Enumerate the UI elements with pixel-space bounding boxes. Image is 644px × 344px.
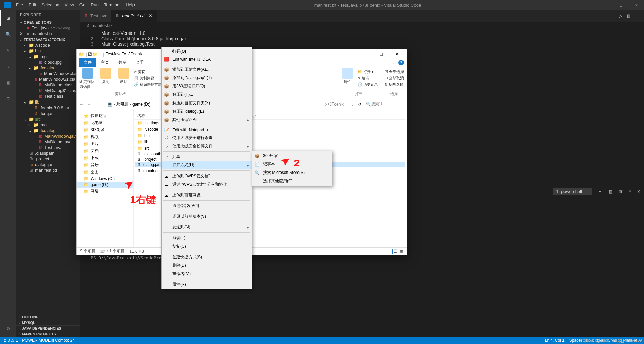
more-actions-icon[interactable]: ⋯ [634,13,639,18]
back-button[interactable]: ← [79,102,84,107]
context-menu-item[interactable]: 📦解压到(F)... [162,90,252,99]
test-activity-icon[interactable]: ⚗ [0,90,16,107]
submenu-item[interactable]: 🔍搜索 Microsoft Store(S) [252,168,332,177]
terminal-shell-select[interactable]: 1: powershell [553,188,592,195]
paste-shortcut-button[interactable]: 🔗 粘贴快捷方式 [134,82,162,87]
menu-help[interactable]: Help [123,0,138,10]
submenu-item[interactable]: 📄记事本 [252,160,332,168]
file-item[interactable]: 🗎dialog.jar [16,162,80,167]
menu-selection[interactable]: Selection [39,0,62,10]
copy-button[interactable]: 复制 [98,68,114,89]
search-activity-icon[interactable]: 🔍 [0,26,16,42]
forward-button[interactable]: → [87,102,91,107]
context-menu-item[interactable]: 📦其他压缩命令▸ [162,116,252,124]
context-menu-item[interactable]: 发送到(N)▸ [162,223,252,231]
nav-pane-item[interactable]: 📁网络 [77,188,133,195]
invert-selection-button[interactable]: ⇅ 反向选择 [385,82,404,87]
run-icon[interactable]: ▷ [619,13,622,18]
maximize-button[interactable]: □ [613,0,629,10]
project-section[interactable]: ⌄TESTJAVAFX+JFOENIX [16,37,80,42]
nav-pane-item[interactable]: ⭐快速访问 [77,112,133,119]
open-editor-item[interactable]: ●Test.java src\jfxdialog [16,25,80,31]
folder-item[interactable]: ⌄📁bin [16,48,80,54]
file-item[interactable]: 🗎MyDialog.java [16,139,80,145]
extensions-activity-icon[interactable]: ▣ [0,74,16,90]
large-icons-view-icon[interactable]: ▦ [399,249,403,254]
context-menu-item[interactable]: 通过QQ发送到 [162,202,252,210]
file-item[interactable]: 🗎MainWindow.class [16,71,80,76]
context-menu-item[interactable]: 📝Edit with Notepad++ [162,126,252,134]
menu-view[interactable]: View [62,0,77,10]
edit-button[interactable]: ✎ 编辑 [358,76,378,81]
tab-manifest-txt[interactable]: 🗎manifest.txt✕ [112,10,156,22]
select-all-button[interactable]: ☑ 全部选择 [385,69,404,74]
folder-item[interactable]: ⌄📁src [16,116,80,122]
section-maven-projects[interactable]: ›MAVEN PROJECTS [16,331,80,337]
scm-activity-icon[interactable]: ⑂ [0,42,16,58]
file-item[interactable]: 🗎cloud.jpg [16,59,80,65]
ribbon-tab[interactable]: 文件 [79,58,96,67]
nav-pane-item[interactable]: 📁桌面 [77,168,133,176]
cut-button[interactable]: ✂ 剪切 [134,69,162,74]
nav-pane-item[interactable]: 📁视频 [77,133,133,140]
select-none-button[interactable]: ☐ 全部取消 [385,76,404,81]
expand-ribbon-icon[interactable]: ⌄ [393,60,396,65]
nav-pane-item[interactable]: 📁game (D:) [77,182,133,188]
split-terminal-icon[interactable]: ▥ [608,189,612,194]
file-item[interactable]: 🗎MyDialog.class [16,82,80,88]
context-menu-item[interactable]: 📦添加到压缩文件(A)... [162,65,252,74]
folder-item[interactable]: ⌄📁jfxdialog [16,65,80,71]
new-terminal-icon[interactable]: ＋ [598,188,602,194]
nav-pane-item[interactable]: 📁音乐 [77,161,133,168]
nav-pane-item[interactable]: 📁此电脑 [77,119,133,126]
tab-Test-java[interactable]: 🗎Test.java [80,10,112,22]
context-menu-item[interactable]: 📦解压到 dialog\ (E) [162,107,252,116]
nav-pane-item[interactable]: 📁下载 [77,154,133,161]
menu-terminal[interactable]: Terminal [101,0,123,10]
file-item[interactable]: 🗎jfxrt.jar [16,111,80,116]
file-item[interactable]: 🗎MyDialog$1.class [16,88,80,93]
context-menu-item[interactable]: 打开(O) [162,47,252,56]
context-menu-item[interactable]: 🛡使用火绒安全进行杀毒 [162,134,252,142]
nav-pane-item[interactable]: 📁Windows (C:) [77,176,133,182]
explorer-activity-icon[interactable]: 🗎 [0,10,16,26]
file-item[interactable]: 🗎MainWindow$1.class [16,76,80,82]
close-button[interactable]: ✕ [629,0,644,10]
menu-run[interactable]: Run [88,0,101,10]
submenu-item[interactable]: 📦360压缩 [252,152,332,160]
explorer-search-input[interactable]: 🔍 搜索"Te... [364,100,404,108]
properties-button[interactable]: 属性 [339,68,356,87]
open-editors-section[interactable]: ⌄OPEN EDITORS [16,19,80,25]
file-item[interactable]: 🗎Test.class [16,93,80,99]
context-menu-item[interactable]: 重命名(M) [162,270,252,278]
context-menu-item[interactable]: 🛡使用火绒安全粉碎文件▸ [162,142,252,150]
file-item[interactable]: 🗎.project [16,156,80,162]
context-menu-item[interactable]: 还原以前的版本(V) [162,212,252,221]
debug-activity-icon[interactable]: ▷ [0,58,16,74]
open-editor-item[interactable]: ✕●manifest.txt [16,31,80,37]
statusbar-item[interactable]: POWER MODE!!! Combo: 24 [22,338,75,343]
context-menu-item[interactable]: ☁上传到百度网盘 [162,191,252,199]
pin-to-quick-access[interactable]: 固定到快速访问 [79,68,96,89]
file-item[interactable]: 🗎.classpath [16,150,80,156]
ribbon-tab[interactable]: 查看 [131,58,149,67]
section-outline[interactable]: ›OUTLINE [16,314,80,320]
explorer-maximize-button[interactable]: □ [374,49,389,59]
folder-item[interactable]: ⌄📁lib [16,99,80,105]
folder-item[interactable]: ›📁img [16,122,80,128]
file-item[interactable]: 🗎MainWindow.java [16,133,80,139]
context-menu-item[interactable]: 📦解压到当前文件夹(X) [162,99,252,107]
checkmark-icon[interactable]: ☑ [88,52,92,57]
copy-path-button[interactable]: 📋 复制路径 [134,76,162,81]
settings-activity-icon[interactable]: ⚙ [0,321,16,337]
ribbon-tab[interactable]: 主页 [96,58,114,67]
file-item[interactable]: 🗎jfoenix-8.0.8.jar [16,105,80,111]
folder-item[interactable]: ⌄📁jfxdialog [16,128,80,133]
history-button[interactable]: 🕓 历史记录 [358,82,378,87]
kill-terminal-icon[interactable]: 🗑 [619,189,623,194]
split-editor-icon[interactable]: ▥ [626,13,630,18]
explorer-minimize-button[interactable]: − [358,49,374,59]
context-menu-item[interactable]: ↗共享 [162,153,252,161]
nav-pane-item[interactable]: 📁3D 对象 [77,126,133,133]
context-menu-item[interactable]: 属性(R) [162,280,252,289]
